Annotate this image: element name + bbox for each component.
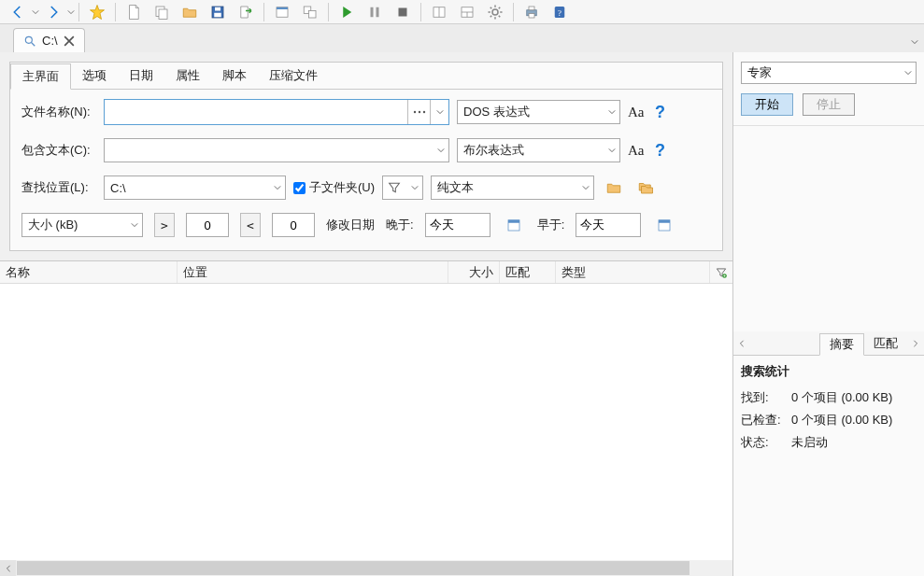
modified-label: 修改日期 bbox=[326, 217, 375, 233]
after-input[interactable] bbox=[425, 213, 490, 237]
start-button[interactable]: 开始 bbox=[741, 93, 793, 116]
chevron-down-icon[interactable] bbox=[67, 8, 75, 16]
tab-attrs[interactable]: 属性 bbox=[164, 63, 211, 90]
filename-input[interactable] bbox=[105, 100, 407, 124]
copy-icon bbox=[153, 4, 170, 21]
state-value: 未启动 bbox=[791, 434, 828, 451]
col-location[interactable]: 位置 bbox=[178, 261, 448, 283]
browse-folder-button[interactable] bbox=[602, 176, 626, 200]
size-lt-button[interactable]: < bbox=[240, 213, 261, 237]
after-calendar-button[interactable] bbox=[502, 213, 526, 237]
gear-icon bbox=[487, 4, 504, 21]
svg-rect-20 bbox=[529, 13, 534, 18]
col-matches[interactable]: 匹配 bbox=[500, 261, 556, 283]
svg-text:?: ? bbox=[558, 7, 562, 17]
tab-summary[interactable]: 摘要 bbox=[819, 333, 864, 356]
layout1-button[interactable] bbox=[425, 1, 453, 23]
results-hscrollbar[interactable] bbox=[0, 560, 732, 576]
contains-input[interactable] bbox=[110, 144, 434, 158]
tab-date[interactable]: 日期 bbox=[118, 63, 164, 90]
col-name[interactable]: 名称 bbox=[0, 261, 178, 283]
summary-tabs-prev[interactable] bbox=[733, 340, 750, 347]
subfolders-checkbox-wrap[interactable]: 子文件夹(U) bbox=[293, 179, 375, 196]
new-doc-button[interactable] bbox=[120, 1, 148, 23]
lookin-dropdown[interactable]: C:\ bbox=[104, 176, 286, 200]
tab-script[interactable]: 脚本 bbox=[211, 63, 258, 90]
contains-case-toggle[interactable]: Aa bbox=[628, 143, 645, 159]
found-value: 0 个项目 (0.00 KB) bbox=[791, 389, 892, 406]
tab-archives[interactable]: 压缩文件 bbox=[258, 63, 329, 90]
nav-forward-button[interactable] bbox=[39, 1, 67, 23]
filter-dropdown[interactable] bbox=[382, 176, 423, 200]
size-gt-button[interactable]: > bbox=[154, 213, 175, 237]
svg-point-26 bbox=[418, 111, 419, 113]
before-input[interactable] bbox=[576, 213, 641, 237]
criteria-panel: 主界面 选项 日期 属性 脚本 压缩文件 文件名称(N): bbox=[9, 62, 723, 251]
folder-open-icon bbox=[181, 4, 198, 21]
window-icon bbox=[274, 4, 291, 21]
window-tile2-button[interactable] bbox=[296, 1, 324, 23]
subfolders-checkbox[interactable] bbox=[293, 182, 306, 194]
lookin-label: 查找位置(L): bbox=[21, 179, 96, 196]
size-to-input[interactable] bbox=[272, 213, 315, 237]
copy-button[interactable] bbox=[148, 1, 176, 23]
filename-help-button[interactable]: ? bbox=[652, 103, 669, 122]
chevron-left-icon bbox=[738, 340, 746, 347]
results-grid: 名称 位置 大小 匹配 类型 bbox=[0, 260, 732, 576]
results-body[interactable] bbox=[0, 284, 732, 560]
nav-back-button[interactable] bbox=[4, 1, 32, 23]
size-unit-dropdown[interactable]: 大小 (kB) bbox=[21, 213, 143, 237]
filename-history-dropdown[interactable] bbox=[430, 100, 448, 124]
favorite-button[interactable] bbox=[83, 1, 111, 23]
filename-browse-button[interactable] bbox=[407, 100, 430, 124]
col-size[interactable]: 大小 bbox=[448, 261, 500, 283]
tab-overflow-button[interactable] bbox=[911, 35, 918, 49]
mode-dropdown[interactable]: 专家 bbox=[741, 62, 917, 84]
summary-tabs-next[interactable] bbox=[907, 340, 924, 347]
scroll-thumb[interactable] bbox=[17, 561, 689, 575]
contains-combo[interactable] bbox=[104, 138, 449, 162]
close-tab-button[interactable] bbox=[64, 35, 75, 47]
layout2-button[interactable] bbox=[453, 1, 481, 23]
column-filter-button[interactable] bbox=[710, 261, 732, 283]
svg-rect-31 bbox=[659, 220, 670, 223]
chevron-right-icon bbox=[912, 340, 919, 347]
save-button[interactable] bbox=[204, 1, 232, 23]
export-button[interactable] bbox=[232, 1, 260, 23]
settings-button[interactable] bbox=[481, 1, 509, 23]
case-toggle[interactable]: Aa bbox=[628, 105, 645, 120]
filename-expr-dropdown[interactable]: DOS 表达式 bbox=[457, 100, 620, 124]
chevron-down-icon bbox=[904, 69, 912, 77]
chevron-down-icon bbox=[274, 184, 281, 191]
summary-tabstrip: 摘要 匹配 bbox=[733, 331, 924, 356]
star-icon bbox=[89, 4, 106, 21]
print-button[interactable] bbox=[518, 1, 546, 23]
col-type[interactable]: 类型 bbox=[556, 261, 710, 283]
run-button[interactable] bbox=[333, 1, 361, 23]
path-tab[interactable]: C:\ bbox=[13, 28, 85, 52]
chevron-down-icon[interactable] bbox=[32, 8, 39, 16]
path-tabstrip: C:\ bbox=[0, 24, 924, 52]
folder-icon bbox=[605, 179, 622, 196]
pause-button[interactable] bbox=[361, 1, 389, 23]
svg-rect-8 bbox=[309, 10, 317, 18]
calendar-icon bbox=[505, 217, 522, 233]
contains-help-button[interactable]: ? bbox=[652, 141, 669, 161]
size-from-input[interactable] bbox=[186, 213, 229, 237]
open-folder-button[interactable] bbox=[176, 1, 204, 23]
tab-main[interactable]: 主界面 bbox=[10, 63, 71, 90]
help-button[interactable]: ? bbox=[546, 1, 574, 23]
chevron-down-icon bbox=[911, 38, 918, 46]
svg-line-24 bbox=[32, 42, 36, 46]
contains-expr-dropdown[interactable]: 布尔表达式 bbox=[457, 138, 620, 162]
window-tile1-button[interactable] bbox=[268, 1, 296, 23]
subfolders-label: 子文件夹(U) bbox=[309, 179, 375, 196]
stop-toolbar-button[interactable] bbox=[389, 1, 417, 23]
scroll-left-button[interactable] bbox=[0, 560, 16, 576]
funnel-add-icon bbox=[715, 266, 728, 279]
tab-match[interactable]: 匹配 bbox=[864, 333, 907, 354]
textmode-dropdown[interactable]: 纯文本 bbox=[431, 176, 594, 200]
tab-options[interactable]: 选项 bbox=[71, 63, 118, 90]
path-settings-button[interactable] bbox=[633, 176, 658, 200]
before-calendar-button[interactable] bbox=[652, 213, 676, 237]
